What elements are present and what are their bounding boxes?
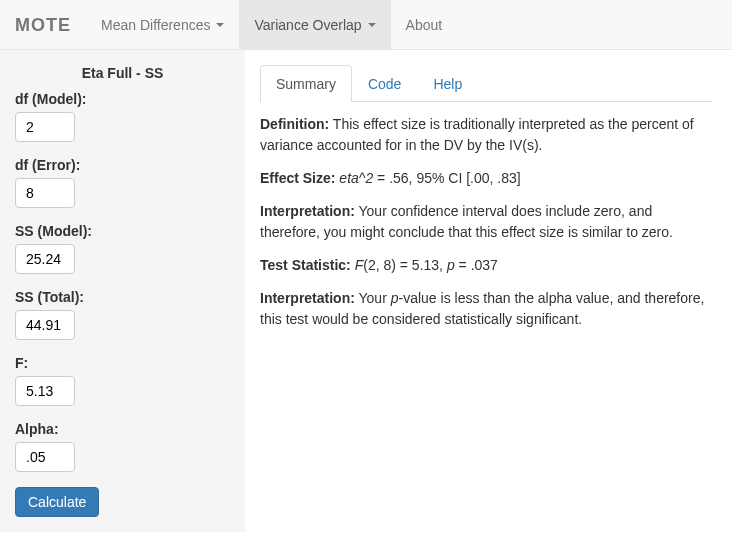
test-stat-end: = .037 bbox=[455, 257, 498, 273]
definition-line: Definition: This effect size is traditio… bbox=[260, 114, 712, 156]
tab-help[interactable]: Help bbox=[417, 65, 478, 102]
field-alpha: Alpha: bbox=[15, 421, 230, 472]
test-stat-mid: (2, 8) = 5.13, bbox=[363, 257, 447, 273]
field-ss-total: SS (Total): bbox=[15, 289, 230, 340]
interpretation-2-line: Interpretation: Your p-value is less tha… bbox=[260, 288, 712, 330]
nav-label: Mean Differences bbox=[101, 17, 210, 33]
input-df-error[interactable] bbox=[15, 178, 75, 208]
label-alpha: Alpha: bbox=[15, 421, 230, 437]
test-stat-label: Test Statistic: bbox=[260, 257, 351, 273]
test-statistic-line: Test Statistic: F(2, 8) = 5.13, p = .037 bbox=[260, 255, 712, 276]
test-stat-p: p bbox=[447, 257, 455, 273]
nav-mean-differences[interactable]: Mean Differences bbox=[86, 0, 239, 49]
effect-size-text: = .56, 95% CI [.00, .83] bbox=[373, 170, 520, 186]
effect-size-line: Effect Size: eta^2 = .56, 95% CI [.00, .… bbox=[260, 168, 712, 189]
effect-size-stat: eta^2 bbox=[339, 170, 373, 186]
tab-code[interactable]: Code bbox=[352, 65, 417, 102]
interp2-p: p bbox=[391, 290, 399, 306]
nav-label: Variance Overlap bbox=[254, 17, 361, 33]
interp1-label: Interpretation: bbox=[260, 203, 355, 219]
navbar-brand[interactable]: MOTE bbox=[0, 0, 86, 49]
chevron-down-icon bbox=[216, 23, 224, 27]
chevron-down-icon bbox=[368, 23, 376, 27]
label-ss-total: SS (Total): bbox=[15, 289, 230, 305]
effect-size-label: Effect Size: bbox=[260, 170, 335, 186]
test-stat-f: F bbox=[355, 257, 364, 273]
label-df-error: df (Error): bbox=[15, 157, 230, 173]
field-df-model: df (Model): bbox=[15, 91, 230, 142]
field-ss-model: SS (Model): bbox=[15, 223, 230, 274]
label-f: F: bbox=[15, 355, 230, 371]
navbar: MOTE Mean Differences Variance Overlap A… bbox=[0, 0, 732, 50]
interpretation-1-line: Interpretation: Your confidence interval… bbox=[260, 201, 712, 243]
label-df-model: df (Model): bbox=[15, 91, 230, 107]
field-df-error: df (Error): bbox=[15, 157, 230, 208]
nav-label: About bbox=[406, 17, 443, 33]
sidebar-title: Eta Full - SS bbox=[15, 65, 230, 81]
sidebar: Eta Full - SS df (Model): df (Error): SS… bbox=[0, 50, 245, 532]
content: Eta Full - SS df (Model): df (Error): SS… bbox=[0, 50, 732, 532]
main-panel: Summary Code Help Definition: This effec… bbox=[245, 50, 732, 532]
calculate-button[interactable]: Calculate bbox=[15, 487, 99, 517]
tab-summary[interactable]: Summary bbox=[260, 65, 352, 102]
label-ss-model: SS (Model): bbox=[15, 223, 230, 239]
input-alpha[interactable] bbox=[15, 442, 75, 472]
definition-label: Definition: bbox=[260, 116, 329, 132]
nav-variance-overlap[interactable]: Variance Overlap bbox=[239, 0, 390, 49]
input-f[interactable] bbox=[15, 376, 75, 406]
input-ss-total[interactable] bbox=[15, 310, 75, 340]
field-f: F: bbox=[15, 355, 230, 406]
tabs: Summary Code Help bbox=[260, 65, 712, 102]
input-df-model[interactable] bbox=[15, 112, 75, 142]
interp2-pre: Your bbox=[355, 290, 391, 306]
nav-about[interactable]: About bbox=[391, 0, 458, 49]
interp2-label: Interpretation: bbox=[260, 290, 355, 306]
input-ss-model[interactable] bbox=[15, 244, 75, 274]
